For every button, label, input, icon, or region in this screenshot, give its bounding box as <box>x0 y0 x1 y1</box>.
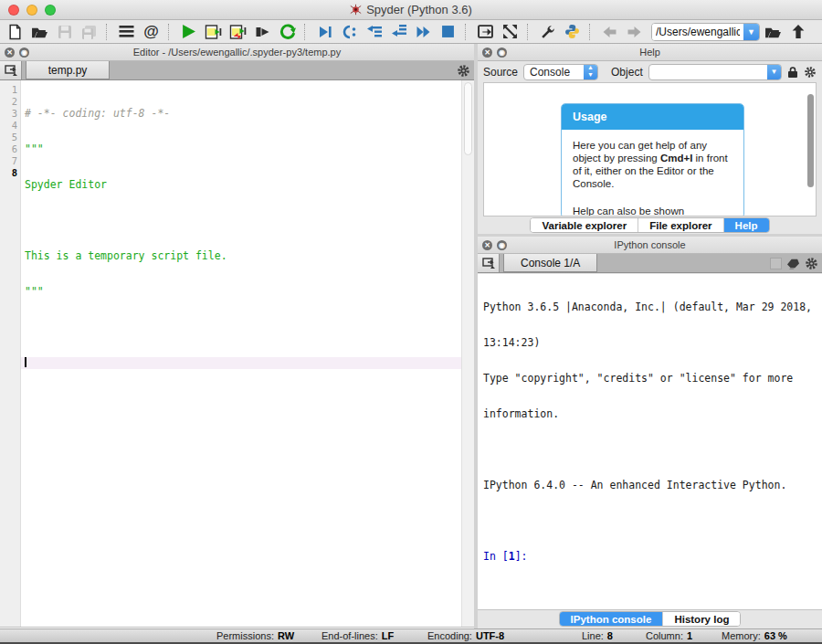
editor-pane-header: ✕ ◉ Editor - /Users/ewengallic/.spyder-p… <box>0 44 474 61</box>
code-area[interactable]: # -*- coding: utf-8 -*- """ Spyder Edito… <box>21 80 461 627</box>
console-output[interactable]: Python 3.6.5 |Anaconda, Inc.| (default, … <box>478 274 822 610</box>
tab-temp-py[interactable]: temp.py <box>26 61 110 79</box>
close-pane-icon[interactable]: ✕ <box>482 48 492 58</box>
debug-file-button[interactable] <box>313 21 336 43</box>
open-file-button[interactable] <box>28 21 51 43</box>
run-selection-button[interactable] <box>276 21 299 43</box>
console-options-gear-icon[interactable] <box>805 257 818 270</box>
parent-directory-button[interactable] <box>786 21 809 43</box>
tab-variable-explorer[interactable]: Variable explorer <box>531 218 638 232</box>
object-combobox[interactable]: ▼ <box>648 64 782 80</box>
editor-scrollbar[interactable] <box>461 80 474 627</box>
help-scrollbar-thumb[interactable] <box>807 94 814 187</box>
help-bottom-tabs: Variable explorer File explorer Help <box>478 217 822 234</box>
help-content[interactable]: Usage Here you can get help of any objec… <box>483 82 817 216</box>
console-line: Type "copyright", "credits" or "license"… <box>483 373 822 385</box>
toolbar-separator <box>527 24 532 40</box>
toolbar-separator <box>304 24 309 40</box>
ipython-console-pane: ✕ ◉ IPython console Console 1/A Python 3… <box>478 237 822 628</box>
python-path-manager-button[interactable] <box>561 21 584 43</box>
tab-file-explorer[interactable]: File explorer <box>638 218 723 232</box>
code-editor[interactable]: 1 2 3 4 5 6 7 8 # -*- coding: utf-8 -*- … <box>0 80 474 628</box>
status-permissions: Permissions:RW <box>216 630 294 641</box>
save-button[interactable] <box>53 21 76 43</box>
traffic-lights <box>8 5 56 16</box>
undock-pane-icon[interactable]: ◉ <box>497 240 507 250</box>
file-switcher-button[interactable] <box>115 21 138 43</box>
toolbar-separator <box>465 24 469 40</box>
fullscreen-button[interactable] <box>499 21 522 43</box>
rerun-cell-button[interactable] <box>251 21 274 43</box>
help-controls: Source Console ▲▼ Object ▼ <box>478 61 822 82</box>
undock-pane-icon[interactable]: ◉ <box>19 48 29 58</box>
browse-tabs-button[interactable] <box>0 61 22 79</box>
new-file-button[interactable] <box>4 21 26 43</box>
tab-ipython-console[interactable]: IPython console <box>560 612 664 626</box>
symbol-finder-button[interactable]: @ <box>140 21 163 43</box>
working-directory-input[interactable] <box>652 24 743 40</box>
tab-help[interactable]: Help <box>724 218 769 232</box>
chevron-down-icon[interactable]: ▼ <box>767 64 781 80</box>
code-line: This is a temporary script file. <box>25 249 227 262</box>
close-pane-icon[interactable]: ✕ <box>5 48 15 58</box>
tab-history-log[interactable]: History log <box>663 612 740 626</box>
code-line: """ <box>25 285 44 298</box>
console-line: IPython 6.4.0 -- An enhanced Interactive… <box>483 480 822 491</box>
window-title: Spyder (Python 3.6) <box>0 3 822 16</box>
close-pane-icon[interactable]: ✕ <box>482 240 492 250</box>
help-options-gear-icon[interactable] <box>804 66 817 79</box>
chevron-down-icon[interactable]: ▼ <box>743 23 759 41</box>
usage-card-title: Usage <box>562 104 743 130</box>
debug-cell-button[interactable] <box>338 21 361 43</box>
help-pane-header: ✕ ◉ Help <box>478 44 822 61</box>
step-into-button[interactable] <box>387 21 410 43</box>
object-label: Object <box>611 66 643 79</box>
close-window-button[interactable] <box>8 5 19 16</box>
editor-pane: ✕ ◉ Editor - /Users/ewengallic/.spyder-p… <box>0 44 474 628</box>
console-line <box>483 515 822 527</box>
tab-console-1a[interactable]: Console 1/A <box>503 254 597 272</box>
run-cell-button[interactable] <box>202 21 225 43</box>
code-line: Spyder Editor <box>25 178 107 191</box>
source-select[interactable]: Console ▲▼ <box>523 64 598 80</box>
save-all-button[interactable] <box>78 21 100 43</box>
toolbar-separator <box>168 24 173 40</box>
undock-pane-icon[interactable]: ◉ <box>497 48 507 58</box>
zoom-window-button[interactable] <box>45 5 56 16</box>
status-column: Column:1 <box>646 630 692 641</box>
forward-button[interactable] <box>623 21 646 43</box>
editor-tabbar: temp.py <box>0 61 474 80</box>
editor-pane-title: Editor - /Users/ewengallic/.spyder-py3/t… <box>133 47 341 58</box>
status-bar: Permissions:RW End-of-lines:LF Encoding:… <box>0 628 822 644</box>
browse-directory-button[interactable] <box>762 21 785 43</box>
current-line <box>21 357 461 369</box>
interrupt-kernel-icon[interactable] <box>770 258 782 269</box>
text-cursor <box>25 357 26 367</box>
console-tabbar: Console 1/A <box>478 254 822 273</box>
console-line: 13:14:23) <box>483 337 822 349</box>
step-over-button[interactable] <box>363 21 385 43</box>
editor-options-gear-icon[interactable] <box>457 64 470 78</box>
spyder-logo-icon <box>350 4 362 16</box>
eraser-icon[interactable] <box>786 258 800 269</box>
main-toolbar: @ <box>0 20 822 44</box>
stop-debug-button[interactable] <box>437 21 459 43</box>
code-line: """ <box>25 143 44 155</box>
run-button[interactable] <box>177 21 200 43</box>
window-titlebar: Spyder (Python 3.6) <box>0 0 822 20</box>
help-pane-title: Help <box>639 47 660 58</box>
continue-button[interactable] <box>412 21 435 43</box>
working-directory-combobox[interactable]: ▼ <box>651 23 760 41</box>
run-cell-advance-button[interactable] <box>227 21 249 43</box>
back-button[interactable] <box>598 21 621 43</box>
console-bottom-tabs: IPython console History log <box>478 611 822 628</box>
stepper-icon[interactable]: ▲▼ <box>584 64 597 80</box>
maximize-pane-button[interactable] <box>474 21 497 43</box>
minimize-window-button[interactable] <box>26 5 37 16</box>
status-encoding: Encoding:UTF-8 <box>427 630 504 641</box>
preferences-button[interactable] <box>536 21 559 43</box>
browse-tabs-button[interactable] <box>478 254 500 272</box>
usage-card-body: Here you can get help of any object by p… <box>562 130 743 197</box>
lock-icon[interactable] <box>787 66 798 79</box>
editor-scrollbar-thumb[interactable] <box>464 82 472 155</box>
